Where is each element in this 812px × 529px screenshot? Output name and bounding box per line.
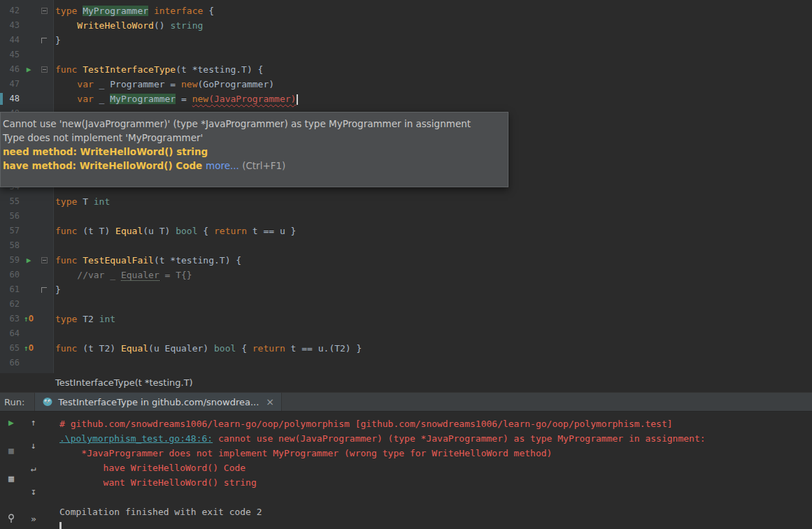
code-line[interactable]: 58: [0, 238, 812, 253]
override-method-icon[interactable]: ↑O: [20, 341, 38, 356]
code-token: type: [55, 314, 83, 324]
override-method-icon[interactable]: ↑O: [20, 312, 38, 326]
more-link[interactable]: more...: [206, 160, 242, 171]
go-test-icon: [42, 396, 53, 407]
code-line[interactable]: 60 //var _ Equaler = T{}: [0, 268, 812, 282]
code-text: [53, 48, 55, 62]
fold-marker[interactable]: [38, 3, 53, 18]
code-token: {: [198, 226, 214, 236]
code-line[interactable]: 44}: [0, 33, 812, 48]
code-text: [53, 356, 55, 370]
code-token: _ Programmer =: [94, 79, 181, 89]
code-line[interactable]: 64: [0, 326, 812, 341]
fold-spacer: [38, 77, 53, 92]
code-line[interactable]: 46▶func TestInterfaceType(t *testing.T) …: [0, 62, 812, 77]
code-token: func: [55, 343, 83, 354]
console-line: .\polymorphism_test.go:48:6: cannot use …: [59, 431, 812, 446]
fold-marker[interactable]: [38, 33, 53, 48]
fold-marker[interactable]: [38, 253, 53, 268]
run-test-icon[interactable]: ▶: [20, 62, 38, 77]
code-text: type T2 int: [53, 312, 115, 326]
console-line: Compilation finished with exit code 2: [59, 505, 812, 519]
up-stack-trace-button[interactable]: ↑: [31, 417, 36, 428]
code-token: T2: [83, 314, 99, 324]
code-line[interactable]: 61}: [0, 282, 812, 297]
rerun-button[interactable]: ▶: [8, 417, 14, 428]
code-token: [55, 79, 77, 89]
code-line[interactable]: 47 var _ Programmer = new(GoProgrammer): [0, 77, 812, 92]
code-token: int: [94, 196, 110, 207]
code-line[interactable]: 45: [0, 48, 812, 62]
code-text: WriteHelloWord() string: [53, 18, 203, 33]
code-token: TestInterfaceType: [83, 64, 176, 75]
line-number: 63: [3, 312, 20, 326]
tooltip-line: Cannot use 'new(JavaProgrammer)' (type *…: [3, 117, 502, 131]
gutter-spacer: [20, 18, 38, 33]
code-line[interactable]: 55type T int: [0, 194, 812, 209]
file-link[interactable]: .\polymorphism_test.go:48:6:: [59, 433, 213, 444]
code-line[interactable]: 43 WriteHelloWord() string: [0, 18, 812, 33]
gutter-spacer: [20, 209, 38, 224]
code-line[interactable]: 65↑Ofunc (t T2) Equal(u Equaler) bool { …: [0, 341, 812, 356]
code-line[interactable]: 66: [0, 356, 812, 370]
line-number: 44: [3, 33, 20, 48]
more-options-chevron[interactable]: »: [31, 514, 36, 525]
fold-marker[interactable]: [38, 282, 53, 297]
run-toolbar-left: ▶■▦: [0, 412, 22, 529]
line-number: 57: [3, 224, 20, 238]
code-line[interactable]: 59▶func TestEqualFail(t *testing.T) {: [0, 253, 812, 268]
code-text: type MyProgrammer interface {: [53, 3, 214, 18]
tooltip-text: have method: WriteHelloWord() Code: [3, 160, 206, 171]
caret-line-marker: [0, 93, 3, 105]
tooltip-text: (Ctrl+F1): [242, 160, 285, 171]
code-line[interactable]: 56: [0, 209, 812, 224]
code-line[interactable]: 63↑Otype T2 int: [0, 312, 812, 326]
breadcrumb[interactable]: TestInterfaceType(t *testing.T): [0, 373, 812, 392]
code-token: (t T2): [83, 343, 121, 354]
scroll-to-end-button[interactable]: ↧: [31, 486, 36, 498]
close-tab-icon[interactable]: ×: [266, 396, 274, 407]
code-line[interactable]: 57func (t T) Equal(u T) bool { return t …: [0, 224, 812, 238]
fold-spacer: [38, 238, 53, 253]
code-line[interactable]: 48 var _ MyProgrammer = new(JavaProgramm…: [0, 92, 812, 106]
stop-button[interactable]: ■: [8, 445, 14, 456]
fold-spacer: [38, 92, 53, 106]
run-test-icon[interactable]: ▶: [20, 253, 38, 268]
code-line[interactable]: 62: [0, 297, 812, 312]
code-editor[interactable]: 42type MyProgrammer interface {43 WriteH…: [0, 0, 812, 373]
code-text: [53, 238, 55, 253]
error-tooltip: Cannot use 'new(JavaProgrammer)' (type *…: [0, 112, 508, 187]
console-lines: # github.com/snowdreams1006/learn-go/oop…: [59, 416, 812, 519]
editor-caret: [297, 94, 298, 105]
code-text: [53, 326, 55, 341]
console-caret: [59, 522, 62, 529]
pin-icon[interactable]: [7, 514, 15, 525]
test-grid-icon[interactable]: ▦: [8, 473, 14, 484]
code-token: Equaler: [121, 270, 159, 281]
soft-wrap-button[interactable]: ↵: [31, 463, 36, 474]
tooltip-line: have method: WriteHelloWord() Code more.…: [3, 159, 502, 173]
line-number: 58: [3, 238, 20, 253]
code-token: (JavaProgrammer): [208, 94, 296, 104]
run-tab[interactable]: TestInterfaceType in github.com/snowdrea…: [34, 393, 282, 411]
code-token: }: [55, 35, 61, 45]
down-stack-trace-button[interactable]: ↓: [31, 440, 36, 451]
fold-marker[interactable]: [38, 62, 53, 77]
code-token: bool: [176, 226, 197, 236]
console-output[interactable]: # github.com/snowdreams1006/learn-go/oop…: [45, 412, 812, 529]
fold-spacer: [38, 326, 53, 341]
code-token: //var _: [77, 270, 121, 280]
code-text: [53, 297, 55, 312]
gutter-spacer: [20, 33, 38, 48]
line-number: 66: [3, 356, 20, 370]
ide-window: 42type MyProgrammer interface {43 WriteH…: [0, 0, 812, 529]
line-number: 56: [3, 209, 20, 224]
code-token: var: [77, 79, 93, 89]
gutter-spacer: [20, 268, 38, 282]
code-line[interactable]: 42type MyProgrammer interface {: [0, 3, 812, 18]
error-tooltip-lines: Cannot use 'new(JavaProgrammer)' (type *…: [3, 117, 502, 173]
tooltip-text: Type does not implement 'MyProgrammer': [3, 132, 203, 143]
code-token: (): [154, 20, 170, 31]
code-token: }: [55, 284, 61, 295]
console-line: want WriteHelloWord() string: [59, 475, 812, 490]
